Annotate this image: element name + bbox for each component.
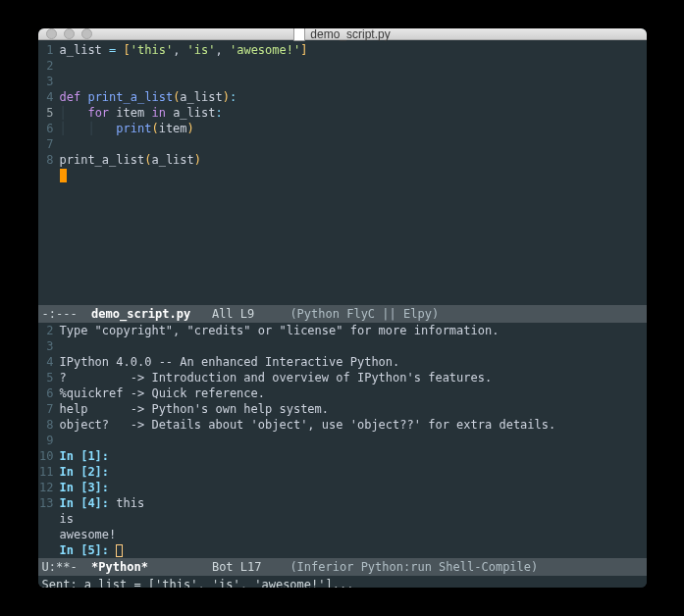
modeline-editor: -:--- demo_script.py All L9 (Python FlyC… [38,305,647,323]
repl-line[interactable]: In [5]: [60,542,647,558]
repl-line [60,338,647,354]
line-number: 12 [38,480,60,495]
repl-line: awesome! [60,527,647,542]
line-number: 8 [38,152,60,168]
zoom-icon[interactable] [81,28,92,39]
panes: 1 a_list = ['this', 'is', 'awesome!'] 2 … [38,40,647,588]
code-line[interactable]: │ for item in a_list: [60,105,647,121]
window-title: demo_script.py [38,28,647,41]
line-number: 2 [38,323,60,338]
code-line[interactable]: print_a_list(a_list) [60,152,647,168]
repl-line: object? -> Details about 'object', use '… [60,417,647,433]
repl-line: ? -> Introduction and overview of IPytho… [60,370,647,385]
file-icon [293,28,305,41]
code-line[interactable] [60,168,647,183]
line-number [38,527,60,542]
code-line[interactable] [60,58,647,74]
repl-pane[interactable]: 2Type "copyright", "credits" or "license… [38,323,647,576]
repl-line[interactable]: In [4]: this [60,495,647,511]
line-number: 6 [38,385,60,401]
cursor-icon [60,169,67,182]
modeline-repl: U:**- *Python* Bot L17 (Inferior Python:… [38,558,647,576]
line-number: 3 [38,74,60,89]
line-number: 4 [38,354,60,370]
repl-line: help -> Python's own help system. [60,401,647,417]
line-number [38,168,60,183]
code-line[interactable]: def print_a_list(a_list): [60,89,647,105]
line-number [38,511,60,527]
editor-window: demo_script.py 1 a_list = ['this', 'is',… [38,28,647,588]
title-text: demo_script.py [310,28,390,41]
repl-line: %quickref -> Quick reference. [60,385,647,401]
line-number: 1 [38,42,60,58]
line-number: 10 [38,448,60,464]
repl-line[interactable]: In [1]: [60,448,647,464]
line-number [38,542,60,558]
line-number: 7 [38,401,60,417]
minimize-icon[interactable] [64,28,75,39]
line-number: 7 [38,136,60,152]
repl-line: Type "copyright", "credits" or "license"… [60,323,647,338]
code-line[interactable]: │ │ print(item) [60,121,647,136]
minibuffer[interactable]: Sent: a_list = ['this', 'is', 'awesome!'… [38,576,647,588]
cursor-icon [116,544,123,557]
line-number: 4 [38,89,60,105]
repl-line[interactable]: In [3]: [60,480,647,495]
line-number: 9 [38,433,60,448]
editor-pane[interactable]: 1 a_list = ['this', 'is', 'awesome!'] 2 … [38,40,647,323]
repl-line [60,433,647,448]
line-number: 8 [38,417,60,433]
line-number: 13 [38,495,60,511]
line-number: 6 [38,121,60,136]
line-number: 11 [38,464,60,480]
code-line[interactable] [60,74,647,89]
repl-line: IPython 4.0.0 -- An enhanced Interactive… [60,354,647,370]
titlebar: demo_script.py [38,28,647,40]
line-number: 2 [38,58,60,74]
code-line[interactable] [60,136,647,152]
code-line[interactable]: a_list = ['this', 'is', 'awesome!'] [60,42,647,58]
repl-line[interactable]: In [2]: [60,464,647,480]
traffic-lights [46,28,92,39]
line-number: 3 [38,338,60,354]
repl-line: is [60,511,647,527]
line-number: 5 [38,370,60,385]
close-icon[interactable] [46,28,57,39]
line-number: 5 [38,105,60,121]
